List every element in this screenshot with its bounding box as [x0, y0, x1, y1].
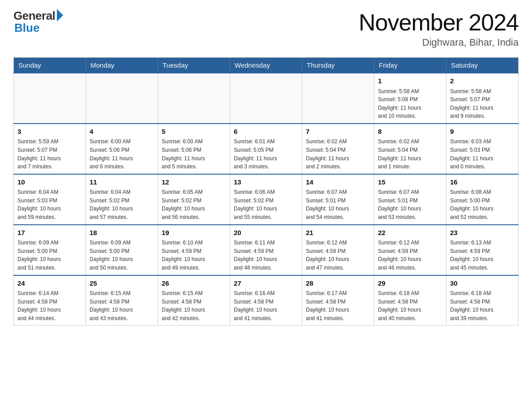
day-info: Sunrise: 6:12 AMSunset: 4:59 PMDaylight:…	[306, 239, 370, 272]
day-info: Sunrise: 6:05 AMSunset: 5:02 PMDaylight:…	[162, 188, 226, 221]
day-number: 14	[306, 177, 370, 188]
day-info: Sunrise: 6:09 AMSunset: 5:00 PMDaylight:…	[90, 239, 154, 272]
calendar-cell: 5Sunrise: 6:00 AMSunset: 5:06 PMDaylight…	[158, 124, 230, 174]
day-info: Sunrise: 5:58 AMSunset: 5:07 PMDaylight:…	[450, 87, 515, 120]
week-row-2: 10Sunrise: 6:04 AMSunset: 5:03 PMDayligh…	[14, 174, 519, 225]
day-info: Sunrise: 6:02 AMSunset: 5:04 PMDaylight:…	[306, 137, 370, 171]
day-number: 16	[450, 177, 515, 188]
calendar-cell: 3Sunrise: 5:59 AMSunset: 5:07 PMDaylight…	[14, 124, 86, 174]
calendar-cell: 19Sunrise: 6:10 AMSunset: 4:59 PMDayligh…	[158, 225, 230, 275]
header-day-thursday: Thursday	[302, 58, 374, 73]
calendar-cell: 17Sunrise: 6:09 AMSunset: 5:00 PMDayligh…	[14, 225, 86, 275]
calendar-cell: 8Sunrise: 6:02 AMSunset: 5:04 PMDaylight…	[374, 124, 446, 174]
day-info: Sunrise: 6:18 AMSunset: 4:58 PMDaylight:…	[450, 289, 515, 322]
day-info: Sunrise: 6:04 AMSunset: 5:03 PMDaylight:…	[17, 188, 82, 221]
day-info: Sunrise: 5:59 AMSunset: 5:07 PMDaylight:…	[17, 137, 82, 171]
day-number: 19	[162, 228, 226, 238]
day-info: Sunrise: 6:07 AMSunset: 5:01 PMDaylight:…	[306, 188, 370, 221]
day-number: 1	[378, 76, 442, 86]
day-number: 20	[234, 228, 298, 238]
day-number: 23	[450, 228, 515, 238]
day-number: 17	[17, 228, 82, 238]
calendar-cell: 24Sunrise: 6:14 AMSunset: 4:58 PMDayligh…	[14, 275, 86, 325]
day-number: 26	[162, 278, 226, 289]
day-info: Sunrise: 6:16 AMSunset: 4:58 PMDaylight:…	[234, 289, 298, 322]
day-info: Sunrise: 6:07 AMSunset: 5:01 PMDaylight:…	[378, 188, 442, 221]
day-number: 25	[90, 278, 154, 289]
week-row-0: 1Sunrise: 5:58 AMSunset: 5:08 PMDaylight…	[14, 73, 519, 124]
title-section: November 2024 Dighwara, Bihar, India	[359, 9, 519, 48]
calendar-cell: 30Sunrise: 6:18 AMSunset: 4:58 PMDayligh…	[446, 275, 519, 325]
calendar-cell	[14, 73, 86, 124]
calendar-cell: 23Sunrise: 6:13 AMSunset: 4:59 PMDayligh…	[446, 225, 519, 275]
calendar-cell: 7Sunrise: 6:02 AMSunset: 5:04 PMDaylight…	[302, 124, 374, 174]
logo-blue-text: Blue	[14, 21, 39, 35]
page-header: General Blue November 2024 Dighwara, Bih…	[13, 9, 519, 48]
day-number: 15	[378, 177, 442, 188]
calendar-cell	[86, 73, 158, 124]
day-info: Sunrise: 6:02 AMSunset: 5:04 PMDaylight:…	[378, 137, 442, 171]
calendar-cell: 6Sunrise: 6:01 AMSunset: 5:05 PMDaylight…	[230, 124, 302, 174]
day-info: Sunrise: 6:00 AMSunset: 5:06 PMDaylight:…	[162, 137, 226, 171]
day-number: 29	[378, 278, 442, 289]
header-day-friday: Friday	[374, 58, 446, 73]
day-number: 5	[162, 127, 226, 137]
calendar-cell: 15Sunrise: 6:07 AMSunset: 5:01 PMDayligh…	[374, 174, 446, 225]
header-day-wednesday: Wednesday	[230, 58, 302, 73]
logo-triangle-icon	[57, 9, 63, 21]
calendar-cell: 20Sunrise: 6:11 AMSunset: 4:59 PMDayligh…	[230, 225, 302, 275]
calendar-cell: 21Sunrise: 6:12 AMSunset: 4:59 PMDayligh…	[302, 225, 374, 275]
calendar-cell: 26Sunrise: 6:15 AMSunset: 4:58 PMDayligh…	[158, 275, 230, 325]
day-number: 24	[17, 278, 82, 289]
calendar-table: SundayMondayTuesdayWednesdayThursdayFrid…	[13, 57, 519, 325]
day-number: 10	[17, 177, 82, 188]
day-number: 30	[450, 278, 515, 289]
calendar-cell	[302, 73, 374, 124]
month-title: November 2024	[359, 9, 519, 36]
day-info: Sunrise: 6:10 AMSunset: 4:59 PMDaylight:…	[162, 239, 226, 272]
header-day-tuesday: Tuesday	[158, 58, 230, 73]
day-info: Sunrise: 6:15 AMSunset: 4:58 PMDaylight:…	[90, 289, 154, 322]
day-number: 12	[162, 177, 226, 188]
calendar-cell: 25Sunrise: 6:15 AMSunset: 4:58 PMDayligh…	[86, 275, 158, 325]
day-number: 28	[306, 278, 370, 289]
day-info: Sunrise: 6:18 AMSunset: 4:58 PMDaylight:…	[378, 289, 442, 322]
calendar-cell: 2Sunrise: 5:58 AMSunset: 5:07 PMDaylight…	[446, 73, 519, 124]
day-info: Sunrise: 6:00 AMSunset: 5:06 PMDaylight:…	[90, 137, 154, 171]
day-info: Sunrise: 6:17 AMSunset: 4:58 PMDaylight:…	[306, 289, 370, 322]
day-info: Sunrise: 6:14 AMSunset: 4:58 PMDaylight:…	[17, 289, 82, 322]
header-row: SundayMondayTuesdayWednesdayThursdayFrid…	[14, 58, 519, 73]
week-row-1: 3Sunrise: 5:59 AMSunset: 5:07 PMDaylight…	[14, 124, 519, 174]
day-info: Sunrise: 6:12 AMSunset: 4:59 PMDaylight:…	[378, 239, 442, 272]
header-day-sunday: Sunday	[14, 58, 86, 73]
day-info: Sunrise: 6:03 AMSunset: 5:03 PMDaylight:…	[450, 137, 515, 171]
day-number: 3	[17, 127, 82, 137]
day-number: 18	[90, 228, 154, 238]
day-number: 21	[306, 228, 370, 238]
calendar-cell: 18Sunrise: 6:09 AMSunset: 5:00 PMDayligh…	[86, 225, 158, 275]
day-number: 7	[306, 127, 370, 137]
day-number: 27	[234, 278, 298, 289]
day-number: 13	[234, 177, 298, 188]
day-number: 9	[450, 127, 515, 137]
calendar-cell: 12Sunrise: 6:05 AMSunset: 5:02 PMDayligh…	[158, 174, 230, 225]
calendar-cell: 16Sunrise: 6:08 AMSunset: 5:00 PMDayligh…	[446, 174, 519, 225]
week-row-4: 24Sunrise: 6:14 AMSunset: 4:58 PMDayligh…	[14, 275, 519, 325]
day-info: Sunrise: 6:04 AMSunset: 5:02 PMDaylight:…	[90, 188, 154, 221]
day-info: Sunrise: 5:58 AMSunset: 5:08 PMDaylight:…	[378, 87, 442, 120]
day-number: 2	[450, 76, 515, 86]
day-number: 6	[234, 127, 298, 137]
day-info: Sunrise: 6:13 AMSunset: 4:59 PMDaylight:…	[450, 239, 515, 272]
calendar-cell: 13Sunrise: 6:06 AMSunset: 5:02 PMDayligh…	[230, 174, 302, 225]
day-info: Sunrise: 6:15 AMSunset: 4:58 PMDaylight:…	[162, 289, 226, 322]
calendar-cell: 9Sunrise: 6:03 AMSunset: 5:03 PMDaylight…	[446, 124, 519, 174]
logo: General Blue	[13, 9, 63, 35]
day-info: Sunrise: 6:06 AMSunset: 5:02 PMDaylight:…	[234, 188, 298, 221]
calendar-cell: 11Sunrise: 6:04 AMSunset: 5:02 PMDayligh…	[86, 174, 158, 225]
day-number: 8	[378, 127, 442, 137]
calendar-cell: 29Sunrise: 6:18 AMSunset: 4:58 PMDayligh…	[374, 275, 446, 325]
calendar-cell: 1Sunrise: 5:58 AMSunset: 5:08 PMDaylight…	[374, 73, 446, 124]
header-day-saturday: Saturday	[446, 58, 519, 73]
day-info: Sunrise: 6:08 AMSunset: 5:00 PMDaylight:…	[450, 188, 515, 221]
calendar-cell: 22Sunrise: 6:12 AMSunset: 4:59 PMDayligh…	[374, 225, 446, 275]
